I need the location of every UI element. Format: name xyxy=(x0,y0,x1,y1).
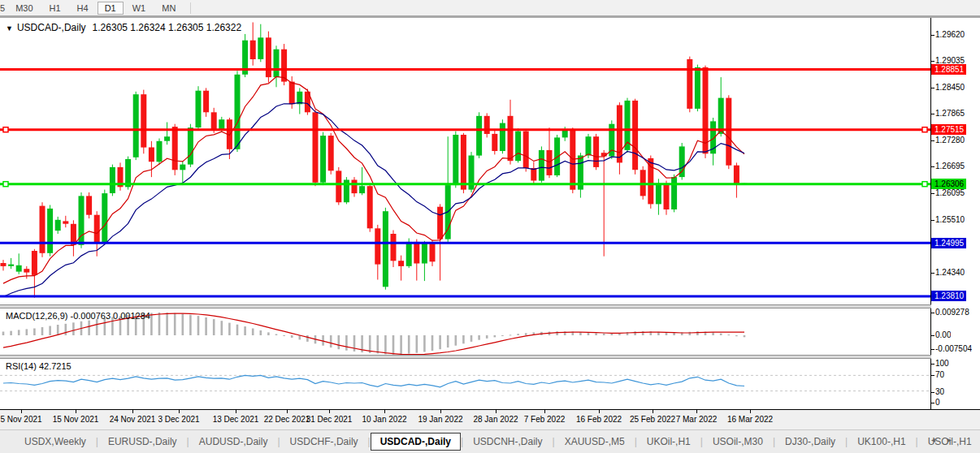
date-tick xyxy=(750,410,751,413)
macd-histogram-bar xyxy=(65,324,67,335)
macd-histogram-bar xyxy=(696,331,699,335)
date-tick xyxy=(236,410,236,413)
macd-histogram-bar xyxy=(423,335,426,352)
macd-histogram-bar xyxy=(588,333,590,335)
chart-tab-usdchf-daily[interactable]: USDCHF-,Daily xyxy=(280,433,368,451)
rsi-axis-label: 0 xyxy=(935,398,940,407)
axis-tick xyxy=(931,349,934,350)
macd-histogram-bar xyxy=(252,329,254,336)
chart-tab-usdcad-daily[interactable]: USDCAD-,Daily xyxy=(371,433,461,451)
candle-body xyxy=(453,135,458,185)
macd-histogram-bar xyxy=(57,325,59,335)
candle-body xyxy=(313,112,319,183)
candle-body xyxy=(547,150,553,175)
line-handle[interactable] xyxy=(922,182,927,187)
candle-body xyxy=(320,136,326,183)
macd-histogram-bar xyxy=(283,335,285,336)
timeframe-button-w1[interactable]: W1 xyxy=(125,2,154,15)
chevron-down-icon[interactable]: ▼ xyxy=(6,24,13,32)
macd-histogram-bar xyxy=(611,334,614,335)
candle-body xyxy=(554,137,560,175)
price-level-badge: 1.27515 xyxy=(931,124,966,135)
chart-tab-uk100-h1[interactable]: UK100-,H1 xyxy=(848,433,915,451)
timeframe-button-h4[interactable]: H4 xyxy=(70,2,96,15)
candle-body xyxy=(203,91,209,113)
date-label: 25 Feb 2022 xyxy=(630,415,675,424)
date-axis[interactable]: 5 Nov 202115 Nov 202124 Nov 20213 Dec 20… xyxy=(0,410,980,427)
macd-histogram-bar xyxy=(439,335,441,349)
axis-tick xyxy=(931,35,934,36)
macd-histogram-bar xyxy=(330,335,332,347)
candle-body xyxy=(523,132,529,168)
candle-body xyxy=(102,193,107,242)
macd-histogram-bar xyxy=(166,313,168,335)
date-label: 3 Dec 2021 xyxy=(158,415,199,424)
macd-histogram-bar xyxy=(41,327,44,335)
line-handle[interactable] xyxy=(3,182,8,187)
line-handle[interactable] xyxy=(3,127,8,132)
chart-ohlc-readout: 1.26305 1.26324 1.26305 1.26322 xyxy=(93,22,242,33)
candle-body xyxy=(180,165,185,170)
macd-histogram-bar xyxy=(501,335,504,336)
axis-tick xyxy=(931,335,934,336)
chart-title: ▼USDCAD-,Daily1.26305 1.26324 1.26305 1.… xyxy=(6,22,241,33)
macd-histogram-bar xyxy=(728,334,731,335)
candle-body xyxy=(617,106,622,163)
chart-tab-usoil-m30[interactable]: USOil-,M30 xyxy=(703,433,773,451)
axis-tick xyxy=(931,114,934,114)
timeframe-button-m30[interactable]: M30 xyxy=(8,2,40,15)
price-axis-label: 1.29620 xyxy=(935,30,965,39)
timeframe-button-d1[interactable]: D1 xyxy=(98,2,124,15)
candle-body xyxy=(703,67,709,153)
candle-body xyxy=(16,265,22,272)
axis-tick xyxy=(931,220,934,221)
chart-tab-usdx-weekly[interactable]: USDX,Weekly xyxy=(15,433,96,451)
candle-body xyxy=(258,37,263,59)
date-label: 7 Mar 2022 xyxy=(676,415,718,424)
macd-histogram-bar xyxy=(510,334,512,335)
macd-histogram-bar xyxy=(213,319,215,335)
candle-body xyxy=(492,134,497,151)
chart-tab-xauusd-m5[interactable]: XAUUSD-,M5 xyxy=(555,433,635,451)
date-tick xyxy=(599,410,600,413)
timeframe-button-partial[interactable]: 5 xyxy=(0,2,7,14)
chart-tab-audusd-daily[interactable]: AUDUSD-,Daily xyxy=(189,433,278,451)
axis-tick xyxy=(931,88,934,88)
candle-body xyxy=(47,209,53,253)
macd-histogram-bar xyxy=(228,323,231,335)
price-level-badge: 1.28851 xyxy=(931,64,966,75)
chart-tab-usdcnh-daily[interactable]: USDCNH-,Daily xyxy=(463,433,552,451)
macd-histogram-bar xyxy=(462,335,465,343)
timeframe-button-h1[interactable]: H1 xyxy=(42,2,68,15)
candle-body xyxy=(632,101,638,170)
candle-body xyxy=(188,127,193,164)
macd-histogram-bar xyxy=(556,331,558,335)
macd-histogram-bar xyxy=(517,334,519,335)
price-axis[interactable]: 1.296201.290351.284501.278651.272801.266… xyxy=(931,18,980,409)
date-label: 19 Jan 2022 xyxy=(418,415,462,424)
candle-body xyxy=(734,166,739,184)
macd-histogram-bar xyxy=(595,333,597,335)
tab-scroll-arrows[interactable]: ◂ ▸ xyxy=(931,435,956,444)
price-level-badge: 1.24995 xyxy=(931,238,966,248)
timeframe-button-mn[interactable]: MN xyxy=(154,2,183,15)
date-label: 5 Nov 2021 xyxy=(0,415,41,424)
macd-histogram-bar xyxy=(486,335,488,339)
chart-tab-ukoil-h1[interactable]: UKOil-,H1 xyxy=(637,433,700,451)
line-handle[interactable] xyxy=(922,127,927,132)
price-axis-label: 1.24340 xyxy=(935,268,965,277)
chart-tab-eurusd-daily[interactable]: EURUSD-,Daily xyxy=(98,433,187,451)
candle-body xyxy=(679,146,685,177)
candle-body xyxy=(274,50,280,77)
date-tick xyxy=(496,410,497,413)
date-label: 22 Dec 2021 xyxy=(264,415,310,424)
chart-tab-bar: USDX,Weekly|EURUSD-,Daily|AUDUSD-,Daily|… xyxy=(0,429,980,453)
chart-tab-dj30-daily[interactable]: DJ30-,Daily xyxy=(775,433,845,451)
candle-body xyxy=(398,261,404,266)
macd-histogram-bar xyxy=(182,313,184,335)
macd-histogram-bar xyxy=(478,335,480,340)
candle-body xyxy=(515,132,521,162)
candle-body xyxy=(235,75,241,149)
axis-tick xyxy=(931,140,934,141)
axis-tick xyxy=(931,273,934,274)
